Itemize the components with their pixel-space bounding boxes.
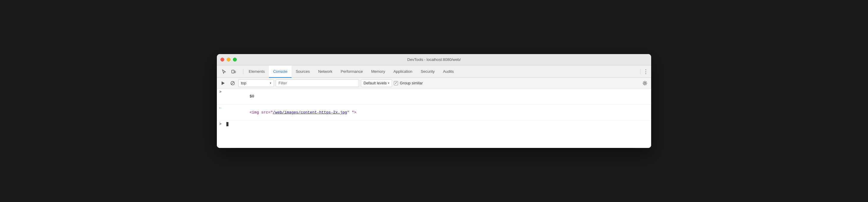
tab-console[interactable]: Console [269,65,291,78]
context-selector[interactable]: top ▾ [238,79,274,87]
svg-rect-1 [235,71,236,73]
levels-label: Default levels [364,81,387,85]
tab-performance[interactable]: Performance [336,65,367,78]
tab-divider [243,69,243,74]
group-similar-label: Group similar [400,81,423,85]
console-output: > $0 ← <img src="/web/images/content-htt… [217,89,651,148]
html-tag-open: <img src=" [250,110,273,115]
console-dollar: $0 [250,94,254,99]
html-src-link[interactable]: /web/images/content-https-2x.jpg [273,110,347,115]
traffic-lights [220,58,237,62]
minimize-button[interactable] [227,58,230,62]
console-line-2: ← <img src="/web/images/content-https-2x… [217,105,651,121]
settings-button[interactable] [641,79,649,87]
context-value: top [241,81,246,85]
tab-sources[interactable]: Sources [291,65,314,78]
clear-console-button[interactable] [229,79,237,87]
console-cursor [226,122,228,126]
svg-rect-0 [232,70,234,73]
console-prompt-2: ← [219,106,224,110]
window-title: DevTools - localhost:8080/web/ [407,57,461,62]
close-button[interactable] [220,58,224,62]
svg-point-5 [644,82,646,84]
tab-audits[interactable]: Audits [439,65,458,78]
group-similar-control[interactable]: ✓ Group similar [394,81,423,85]
devtools-panel: Elements Console Sources Network Perform… [217,65,651,148]
device-toggle-button[interactable] [229,67,238,76]
levels-arrow: ▾ [388,81,390,85]
toolbar-icon-group [218,67,240,76]
tabs-bar: Elements Console Sources Network Perform… [217,65,651,78]
console-line-1: > $0 [217,89,651,105]
console-toolbar: top ▾ Default levels ▾ ✓ Group similar [217,78,651,89]
console-content-1: $0 [226,90,649,103]
tab-security[interactable]: Security [416,65,439,78]
execute-button[interactable] [219,79,227,87]
more-tabs-button[interactable]: ⋮ [642,67,650,76]
svg-line-4 [231,82,234,85]
console-prompt-1: > [219,90,224,94]
group-similar-checkbox[interactable]: ✓ [394,81,398,85]
tab-network[interactable]: Network [314,65,337,78]
console-prompt-3: > [219,122,224,126]
tab-elements[interactable]: Elements [245,65,269,78]
console-content-2: <img src="/web/images/content-https-2x.j… [226,106,649,119]
tab-memory[interactable]: Memory [367,65,390,78]
console-input-line[interactable]: > [217,121,651,128]
cursor-icon-button[interactable] [220,67,228,76]
html-tag-close: " "> [347,110,356,115]
svg-marker-2 [222,81,225,85]
context-dropdown-arrow: ▾ [270,81,271,85]
maximize-button[interactable] [233,58,237,62]
tab-application[interactable]: Application [390,65,417,78]
tab-right-divider [640,69,641,74]
titlebar: DevTools - localhost:8080/web/ [217,54,651,65]
devtools-window: DevTools - localhost:8080/web/ [217,54,651,148]
levels-selector[interactable]: Default levels ▾ [361,79,392,87]
filter-input[interactable] [276,79,359,87]
